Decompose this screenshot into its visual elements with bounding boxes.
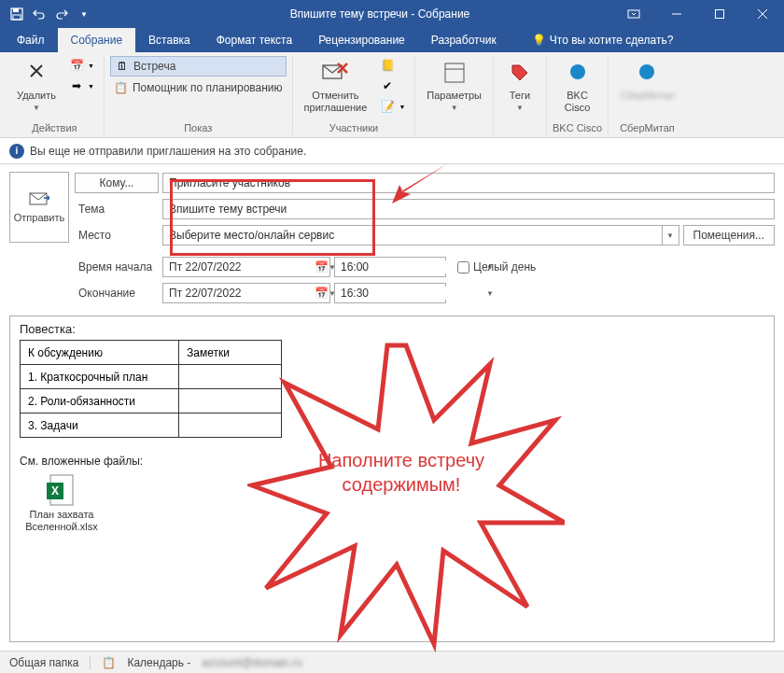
scheduling-button[interactable]: 📋Помощник по планированию bbox=[110, 78, 287, 97]
cancel-invitation-button[interactable]: Отменить приглашение bbox=[299, 56, 373, 116]
ribbon-group-actions: Удалить ▼ 📅▼ ➡▼ Действия bbox=[6, 56, 105, 135]
chevron-down-icon: ▼ bbox=[451, 104, 458, 112]
svg-rect-11 bbox=[445, 63, 464, 82]
calendar-icon: 📅 bbox=[69, 58, 84, 73]
attachment-file[interactable]: X План захвата Вселенной.xlsx bbox=[20, 473, 104, 533]
rooms-button[interactable]: Помещения... bbox=[683, 225, 775, 245]
svg-rect-2 bbox=[13, 15, 21, 20]
group-label-tags-empty bbox=[518, 120, 521, 135]
close-button[interactable] bbox=[741, 0, 784, 28]
location-label: Место bbox=[75, 225, 159, 245]
address-book-icon: 📒 bbox=[380, 58, 395, 73]
svg-rect-5 bbox=[716, 10, 724, 19]
end-date-picker[interactable]: 📅 ▼ bbox=[162, 283, 330, 303]
status-account-blurred: account@domain.ru bbox=[202, 656, 302, 669]
to-button[interactable]: Кому... bbox=[75, 173, 159, 193]
minimize-button[interactable] bbox=[655, 0, 698, 28]
address-book-button[interactable]: 📒 bbox=[376, 56, 409, 75]
check-names-button[interactable]: ✔ bbox=[376, 77, 409, 95]
delete-label: Удалить bbox=[17, 90, 56, 102]
group-label-participants: Участники bbox=[329, 120, 379, 135]
delete-icon bbox=[21, 58, 51, 88]
end-time-picker[interactable]: ▼ bbox=[334, 283, 446, 303]
tags-button[interactable]: Теги ▼ bbox=[499, 56, 540, 114]
appointment-button[interactable]: 🗓Встреча bbox=[110, 56, 287, 77]
options-button[interactable]: Параметры ▼ bbox=[421, 56, 487, 114]
tab-format[interactable]: Формат текста bbox=[203, 28, 305, 52]
svg-rect-1 bbox=[13, 8, 19, 12]
calendar-icon[interactable]: 📅 bbox=[315, 287, 329, 300]
info-banner: i Вы еще не отправили приглашения на это… bbox=[0, 138, 784, 164]
bulb-icon: 💡 bbox=[532, 34, 546, 47]
attachment-filename: План захвата Вселенной.xlsx bbox=[20, 509, 104, 533]
location-dropdown-icon[interactable]: ▼ bbox=[663, 225, 679, 245]
ribbon: Удалить ▼ 📅▼ ➡▼ Действия 🗓Встреча 📋Помощ… bbox=[0, 52, 784, 138]
appointment-label: Встреча bbox=[133, 60, 175, 73]
status-calendar-icon: 📋 bbox=[102, 656, 116, 669]
subject-input[interactable] bbox=[162, 199, 775, 219]
forward-small-button[interactable]: ➡▼ bbox=[65, 77, 98, 95]
end-label: Окончание bbox=[75, 283, 159, 303]
meeting-body-editor[interactable]: Повестка: К обсуждению Заметки 1. Кратко… bbox=[9, 315, 775, 642]
table-row: 3. Задачи bbox=[21, 414, 282, 438]
group-label-options-empty bbox=[453, 120, 455, 135]
window-buttons bbox=[612, 0, 784, 28]
calendar-icon[interactable]: 📅 bbox=[315, 260, 329, 273]
tab-tell-me[interactable]: 💡Что вы хотите сделать? bbox=[519, 28, 687, 52]
start-date-picker[interactable]: 📅 ▼ bbox=[162, 257, 330, 277]
qat-dropdown-icon[interactable]: ▼ bbox=[77, 7, 91, 21]
ribbon-options-button[interactable] bbox=[612, 0, 655, 28]
agenda-col-topic[interactable]: К обсуждению bbox=[21, 341, 179, 365]
appointment-icon: 🗓 bbox=[115, 59, 130, 74]
response-options-button[interactable]: 📝▼ bbox=[376, 97, 409, 116]
separator bbox=[90, 656, 91, 669]
redo-icon[interactable] bbox=[54, 7, 69, 21]
agenda-col-notes[interactable]: Заметки bbox=[179, 341, 282, 365]
status-bar: Общая папка 📋 Календарь - account@domain… bbox=[0, 651, 784, 673]
chevron-down-icon[interactable]: ▼ bbox=[486, 289, 494, 298]
tags-label: Теги bbox=[510, 90, 530, 102]
save-icon[interactable] bbox=[9, 7, 24, 21]
allday-checkbox[interactable] bbox=[457, 261, 469, 273]
to-input[interactable] bbox=[162, 173, 775, 193]
check-names-icon: ✔ bbox=[380, 78, 395, 93]
tab-review[interactable]: Рецензирование bbox=[305, 28, 418, 52]
ribbon-group-show: 🗓Встреча 📋Помощник по планированию Показ bbox=[105, 56, 293, 135]
group-label-show: Показ bbox=[184, 120, 212, 135]
allday-label: Целый день bbox=[473, 260, 536, 273]
end-date-input[interactable] bbox=[163, 287, 315, 300]
start-time-picker[interactable]: ▼ bbox=[334, 257, 446, 277]
tab-insert[interactable]: Вставка bbox=[135, 28, 203, 52]
bkc-label: BKC Cisco bbox=[565, 90, 591, 114]
bkc-cisco-button[interactable]: BKC Cisco bbox=[557, 56, 598, 116]
ribbon-tabs: Файл Собрание Вставка Формат текста Реце… bbox=[0, 28, 784, 52]
send-button[interactable]: Отправить bbox=[9, 172, 69, 243]
chevron-down-icon: ▼ bbox=[33, 104, 40, 112]
titlebar: ▼ Впишите тему встречи - Собрание bbox=[0, 0, 784, 28]
chevron-down-icon: ▼ bbox=[516, 104, 524, 112]
location-input[interactable] bbox=[162, 225, 663, 245]
subject-label: Тема bbox=[75, 199, 159, 219]
send-label: Отправить bbox=[14, 212, 65, 223]
table-row: 2. Роли-обязанности bbox=[21, 389, 282, 414]
tab-developer[interactable]: Разработчик bbox=[418, 28, 510, 52]
sber-label: СберМитап bbox=[620, 90, 675, 102]
cancel-invitation-label: Отменить приглашение bbox=[304, 90, 368, 114]
tab-meeting[interactable]: Собрание bbox=[58, 28, 136, 52]
maximize-button[interactable] bbox=[698, 0, 741, 28]
banner-text: Вы еще не отправили приглашения на это с… bbox=[30, 145, 306, 158]
group-label-sber: СберМитап bbox=[620, 120, 675, 135]
ribbon-group-sber: СберМитап СберМитап bbox=[609, 56, 686, 135]
scheduling-icon: 📋 bbox=[114, 80, 129, 95]
group-label-bkc: BKC Cisco bbox=[553, 120, 602, 135]
end-time-input[interactable] bbox=[335, 287, 486, 300]
tab-file[interactable]: Файл bbox=[4, 28, 58, 52]
delete-button[interactable]: Удалить ▼ bbox=[11, 56, 62, 114]
meeting-form: Отправить Кому... Тема Место ▼ Помещения… bbox=[0, 164, 784, 312]
svg-rect-3 bbox=[628, 10, 639, 18]
start-date-input[interactable] bbox=[163, 260, 315, 273]
tell-me-label: Что вы хотите сделать? bbox=[550, 34, 674, 47]
sbermeetup-button[interactable]: СберМитап bbox=[614, 56, 680, 104]
calendar-small-button[interactable]: 📅▼ bbox=[65, 56, 98, 75]
undo-icon[interactable] bbox=[32, 7, 47, 21]
